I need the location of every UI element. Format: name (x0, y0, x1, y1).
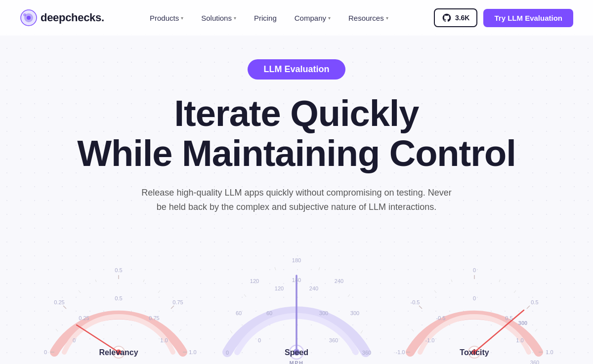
svg-text:0.5: 0.5 (115, 267, 122, 273)
svg-text:300: 300 (518, 320, 527, 326)
svg-point-3 (23, 13, 26, 16)
chevron-down-icon: ▾ (234, 15, 236, 21)
svg-text:360: 360 (329, 337, 338, 343)
gauge-relevancy-svg: 0 0.25 0.5 0.75 1.0 (25, 248, 212, 364)
cta-button[interactable]: Try LLM Evaluation (483, 9, 573, 27)
svg-text:60: 60 (236, 310, 242, 316)
svg-line-16 (95, 280, 96, 282)
svg-text:0: 0 (44, 349, 47, 355)
nav-actions: 3.6K Try LLM Evaluation (434, 8, 573, 27)
svg-text:1.0: 1.0 (516, 337, 523, 343)
chevron-down-icon: ▾ (181, 15, 183, 21)
gauge-speed-label: Speed (285, 348, 308, 357)
svg-text:0: 0 (473, 267, 476, 273)
github-icon (442, 13, 452, 23)
svg-line-67 (514, 290, 516, 293)
svg-text:1.0: 1.0 (189, 349, 196, 355)
nav-item-company[interactable]: Company ▾ (287, 10, 339, 26)
svg-line-64 (434, 290, 436, 293)
svg-text:0.5: 0.5 (115, 295, 122, 301)
svg-text:0: 0 (73, 337, 76, 343)
github-badge[interactable]: 3.6K (434, 8, 478, 27)
svg-text:-0.5: -0.5 (411, 299, 420, 305)
svg-text:0: 0 (473, 295, 476, 301)
nav-links: Products ▾ Solutions ▾ Pricing Company ▾… (142, 10, 396, 26)
svg-text:240: 240 (335, 278, 343, 284)
gauge-toxicity-label: Toxicity (460, 348, 489, 357)
svg-line-39 (319, 267, 320, 270)
gauge-speed: 0 60 120 180 240 300 360 0 (212, 239, 381, 364)
hero-subtitle: Release high-quality LLM apps quickly wi… (138, 186, 455, 215)
svg-line-68 (535, 329, 537, 331)
svg-line-14 (56, 329, 58, 331)
gauge-relevancy: 0 0.25 0.5 0.75 1.0 (25, 248, 212, 364)
hero-section: LLM Evaluation Iterate Quickly While Mai… (0, 36, 593, 215)
navbar: deepchecks. Products ▾ Solutions ▾ Prici… (0, 0, 593, 36)
svg-text:120: 120 (250, 278, 259, 284)
svg-text:360: 360 (362, 350, 371, 356)
chevron-down-icon: ▾ (328, 15, 331, 21)
svg-text:0.25: 0.25 (54, 299, 64, 305)
svg-line-59 (527, 306, 530, 309)
svg-text:0.25: 0.25 (79, 315, 89, 321)
svg-line-66 (499, 280, 500, 282)
logo-icon (20, 9, 38, 27)
svg-line-41 (361, 330, 363, 333)
svg-line-6 (63, 306, 66, 309)
gauge-toxicity-svg: -1.0 -0.5 0 0.5 1.0 (381, 248, 568, 364)
chevron-down-icon: ▾ (386, 15, 388, 21)
svg-line-15 (79, 290, 81, 293)
gauge-speed-svg: 0 60 120 180 240 300 360 0 (212, 239, 381, 364)
svg-line-38 (275, 267, 276, 270)
gauge-relevancy-label: Relevancy (99, 348, 138, 357)
nav-item-products[interactable]: Products ▾ (142, 10, 191, 26)
svg-text:-1.0: -1.0 (396, 349, 405, 355)
svg-text:0.75: 0.75 (172, 299, 183, 305)
svg-point-2 (27, 16, 31, 20)
nav-item-solutions[interactable]: Solutions ▾ (193, 10, 244, 26)
svg-line-19 (179, 329, 181, 331)
svg-line-63 (412, 329, 414, 331)
svg-text:180: 180 (292, 257, 301, 263)
svg-line-17 (143, 280, 144, 282)
svg-text:60: 60 (266, 310, 272, 316)
svg-line-40 (348, 294, 350, 297)
gauge-toxicity: -1.0 -0.5 0 0.5 1.0 (381, 248, 568, 364)
svg-line-18 (158, 290, 160, 293)
svg-text:360: 360 (530, 360, 539, 364)
svg-text:0: 0 (258, 337, 261, 343)
logo[interactable]: deepchecks. (20, 9, 104, 27)
nav-item-pricing[interactable]: Pricing (246, 10, 285, 26)
svg-text:-0.5: -0.5 (436, 315, 446, 321)
svg-text:120: 120 (275, 285, 284, 291)
svg-text:240: 240 (309, 285, 318, 291)
gauge-speed-sublabel: MPH (290, 360, 304, 364)
github-count: 3.6K (455, 14, 470, 22)
svg-text:300: 300 (319, 310, 328, 316)
svg-text:300: 300 (350, 310, 359, 316)
svg-line-37 (244, 294, 246, 297)
svg-text:1.0: 1.0 (160, 337, 168, 343)
svg-text:180: 180 (292, 277, 301, 283)
svg-text:0: 0 (226, 350, 229, 356)
gauges-section: 0 0.25 0.5 0.75 1.0 (0, 239, 593, 364)
svg-text:-1.0: -1.0 (425, 337, 435, 343)
svg-line-65 (451, 280, 452, 282)
nav-item-resources[interactable]: Resources ▾ (340, 10, 396, 26)
svg-text:0.5: 0.5 (531, 299, 538, 305)
svg-text:0.75: 0.75 (149, 315, 159, 321)
hero-title: Iterate Quickly While Maintaining Contro… (0, 93, 593, 174)
svg-line-55 (419, 306, 422, 309)
svg-line-36 (230, 330, 232, 333)
hero-badge: LLM Evaluation (248, 59, 345, 80)
svg-text:0.5: 0.5 (505, 315, 512, 321)
logo-text: deepchecks. (41, 11, 104, 24)
svg-line-10 (171, 306, 174, 309)
svg-text:1.0: 1.0 (546, 349, 553, 355)
